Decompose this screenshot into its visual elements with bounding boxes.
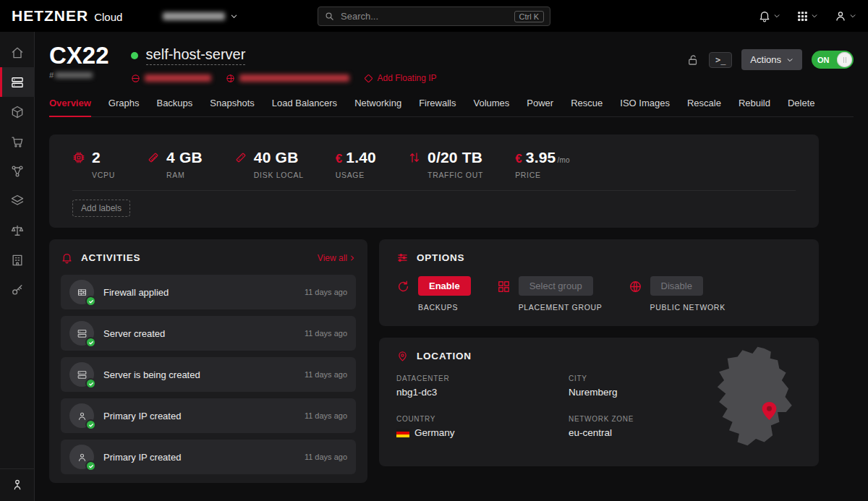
tab-load-balancers[interactable]: Load Balancers — [272, 93, 337, 116]
add-labels-button[interactable]: Add labels — [72, 200, 130, 217]
tab-rescue[interactable]: Rescue — [571, 93, 603, 116]
stat-usage: € 1.40 USAGE — [336, 149, 376, 179]
main-content: CX22 # self-host-server — [35, 32, 868, 501]
activity-row: Server is being created 11 days ago — [61, 357, 356, 392]
activity-avatar — [69, 280, 94, 304]
activity-label: Server created — [103, 328, 295, 339]
disable-public-network-button[interactable]: Disable — [650, 276, 703, 296]
stat-price-value: 3.95 — [526, 149, 556, 166]
building-icon — [10, 253, 25, 267]
server-header: CX22 # self-host-server — [49, 43, 854, 83]
ipv4-icon — [131, 74, 140, 83]
ipv4-address[interactable] — [131, 74, 211, 83]
user-icon — [834, 9, 847, 22]
sidebar-item-servers[interactable] — [0, 67, 35, 97]
floating-ip-icon — [364, 74, 373, 83]
cpu-icon — [72, 151, 85, 179]
lock-icon[interactable] — [686, 53, 699, 67]
labels-row: Add labels — [72, 190, 796, 228]
activities-card: ACTIVITIES View all Firewall applied 11 … — [49, 239, 367, 483]
tab-backups[interactable]: Backups — [156, 93, 192, 116]
search-shortcut-badge: Ctrl K — [514, 11, 545, 22]
home-icon — [10, 46, 25, 60]
tab-networking[interactable]: Networking — [354, 93, 401, 116]
activity-avatar — [69, 321, 94, 346]
server-plan-box: CX22 # — [49, 43, 109, 80]
power-toggle[interactable]: ON — [812, 51, 854, 69]
add-floating-ip-link[interactable]: Add Floating IP — [364, 73, 437, 83]
option-placement-group: Select group PLACEMENT GROUP — [497, 276, 603, 312]
sidebar-item-security[interactable] — [0, 275, 35, 304]
chevron-right-icon — [349, 254, 356, 262]
key-icon — [10, 283, 25, 297]
sidebar-item-load-balancers[interactable] — [0, 186, 35, 215]
bell-icon — [61, 252, 73, 264]
server-stats-card: 2 VCPU 4 GB RAM 40 GB DISK LOCAL — [49, 134, 819, 228]
stat-disk: 40 GB DISK LOCAL — [234, 149, 304, 179]
tab-overview[interactable]: Overview — [49, 93, 91, 117]
sidebar-item-firewalls[interactable] — [0, 215, 35, 245]
project-selector[interactable] — [163, 12, 238, 20]
cart-icon — [10, 134, 25, 149]
tab-rescale[interactable]: Rescale — [687, 93, 721, 116]
topbar-actions — [758, 9, 856, 22]
add-floating-ip-label: Add Floating IP — [378, 73, 437, 83]
stat-vcpu-label: VCPU — [92, 171, 115, 179]
tab-volumes[interactable]: Volumes — [473, 93, 509, 116]
public-network-label: PUBLIC NETWORK — [650, 303, 726, 312]
sidebar-item-datacenter[interactable] — [0, 245, 35, 275]
enable-backups-button[interactable]: Enable — [418, 276, 471, 296]
tab-delete[interactable]: Delete — [788, 93, 815, 116]
tab-graphs[interactable]: Graphs — [109, 93, 140, 116]
sidebar-item-networks[interactable] — [0, 156, 35, 186]
placement-group-label: PLACEMENT GROUP — [519, 303, 603, 312]
chevron-down-icon — [786, 56, 793, 64]
hetzner-logo[interactable]: HETZNER Cloud — [12, 7, 122, 25]
account-menu[interactable] — [834, 9, 856, 22]
country-label: COUNTRY — [396, 415, 569, 423]
activity-time: 11 days ago — [305, 288, 347, 296]
country-value: Germany — [414, 427, 455, 438]
notifications-menu[interactable] — [758, 9, 780, 22]
tab-snapshots[interactable]: Snapshots — [210, 93, 254, 116]
apps-menu[interactable] — [796, 10, 818, 22]
tab-iso-images[interactable]: ISO Images — [620, 93, 670, 116]
stat-price: € 3.95 /mo PRICE — [515, 149, 570, 179]
option-backups: Enable BACKUPS — [396, 276, 471, 312]
tab-firewalls[interactable]: Firewalls — [419, 93, 456, 116]
activities-list: Firewall applied 11 days ago Server crea… — [61, 275, 356, 474]
sidebar-item-support[interactable] — [0, 468, 34, 501]
view-all-link[interactable]: View all — [318, 253, 356, 263]
server-name-box: self-host-server Add Floating IP — [131, 43, 437, 83]
ipv6-address[interactable] — [226, 74, 349, 83]
server-icon — [10, 75, 25, 90]
console-button[interactable]: >_ — [709, 52, 732, 68]
datacenter-value: nbg1-dc3 — [396, 387, 437, 398]
ip-row: Add Floating IP — [131, 73, 437, 83]
server-name[interactable]: self-host-server — [146, 46, 246, 65]
sidebar-item-home[interactable] — [0, 38, 35, 67]
tab-power[interactable]: Power — [527, 93, 553, 116]
sidebar-item-marketplace[interactable] — [0, 127, 35, 156]
activity-label: Primary IP created — [103, 411, 295, 421]
person-icon — [11, 478, 24, 491]
actions-button[interactable]: Actions — [741, 49, 802, 70]
balance-icon — [10, 223, 25, 238]
backup-restore-icon — [396, 280, 410, 312]
stat-ram: 4 GB RAM — [147, 149, 203, 179]
city-value: Nuremberg — [569, 387, 618, 398]
germany-flag-icon — [396, 429, 409, 437]
topbar: HETZNER Cloud Ctrl K — [0, 0, 868, 32]
activity-row: Primary IP created 11 days ago — [61, 398, 356, 433]
stat-traffic-label: TRAFFIC OUT — [427, 171, 483, 179]
tab-rebuild[interactable]: Rebuild — [739, 93, 770, 116]
sidebar-item-volumes[interactable] — [0, 97, 35, 127]
search-input[interactable] — [341, 11, 509, 22]
layers-icon — [10, 194, 25, 208]
location-card: LOCATION DATACENTER nbg1-dc3 CITY Nuremb… — [379, 338, 819, 466]
ipv6-icon — [226, 74, 235, 83]
options-row: Enable BACKUPS Select group PLACEMENT GR… — [396, 276, 801, 312]
activity-avatar — [69, 403, 94, 428]
search-bar[interactable]: Ctrl K — [318, 7, 550, 26]
select-placement-group-button[interactable]: Select group — [519, 276, 593, 296]
